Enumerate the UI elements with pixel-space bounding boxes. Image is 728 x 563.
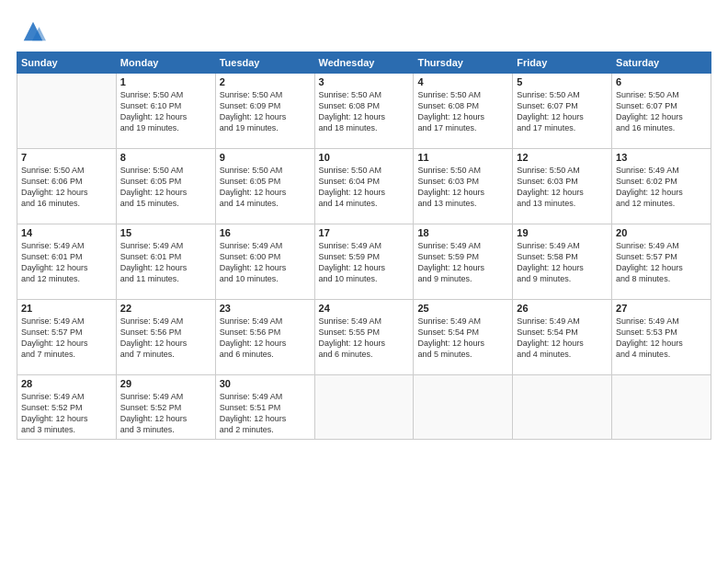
day-info: Sunrise: 5:49 AM Sunset: 5:54 PM Dayligh… (417, 316, 508, 361)
day-info: Sunrise: 5:50 AM Sunset: 6:05 PM Dayligh… (120, 165, 211, 210)
day-info: Sunrise: 5:50 AM Sunset: 6:03 PM Dayligh… (417, 165, 508, 210)
calendar-cell: 27Sunrise: 5:49 AM Sunset: 5:53 PM Dayli… (612, 300, 711, 375)
calendar-cell: 3Sunrise: 5:50 AM Sunset: 6:08 PM Daylig… (314, 74, 414, 149)
day-number: 11 (417, 152, 508, 163)
day-number: 26 (517, 303, 608, 314)
calendar-cell: 28Sunrise: 5:49 AM Sunset: 5:52 PM Dayli… (17, 375, 117, 440)
calendar-table: SundayMondayTuesdayWednesdayThursdayFrid… (17, 52, 711, 440)
day-info: Sunrise: 5:49 AM Sunset: 5:53 PM Dayligh… (616, 316, 707, 361)
day-info: Sunrise: 5:49 AM Sunset: 5:56 PM Dayligh… (220, 316, 311, 361)
day-number: 5 (517, 76, 608, 87)
day-info: Sunrise: 5:50 AM Sunset: 6:07 PM Dayligh… (616, 89, 707, 134)
day-number: 30 (220, 378, 311, 389)
day-number: 21 (21, 303, 112, 314)
day-info: Sunrise: 5:49 AM Sunset: 6:01 PM Dayligh… (21, 240, 112, 285)
day-number: 3 (319, 76, 410, 87)
calendar-cell: 7Sunrise: 5:50 AM Sunset: 6:06 PM Daylig… (17, 149, 117, 224)
calendar-cell: 1Sunrise: 5:50 AM Sunset: 6:10 PM Daylig… (116, 74, 215, 149)
calendar-cell: 21Sunrise: 5:49 AM Sunset: 5:57 PM Dayli… (17, 300, 117, 375)
weekday-header-friday: Friday (513, 52, 612, 74)
day-number: 20 (616, 227, 707, 238)
week-row-5: 28Sunrise: 5:49 AM Sunset: 5:52 PM Dayli… (17, 375, 711, 440)
calendar-cell: 17Sunrise: 5:49 AM Sunset: 5:59 PM Dayli… (314, 224, 414, 300)
day-info: Sunrise: 5:49 AM Sunset: 6:00 PM Dayligh… (220, 240, 311, 285)
day-info: Sunrise: 5:49 AM Sunset: 5:57 PM Dayligh… (21, 316, 112, 361)
day-info: Sunrise: 5:49 AM Sunset: 5:56 PM Dayligh… (120, 316, 211, 361)
day-number: 17 (319, 227, 410, 238)
calendar-cell: 15Sunrise: 5:49 AM Sunset: 6:01 PM Dayli… (116, 224, 215, 300)
weekday-header-row: SundayMondayTuesdayWednesdayThursdayFrid… (17, 52, 711, 74)
day-info: Sunrise: 5:49 AM Sunset: 6:02 PM Dayligh… (616, 165, 707, 210)
day-number: 24 (319, 303, 410, 314)
weekday-header-saturday: Saturday (612, 52, 711, 74)
day-number: 6 (616, 76, 707, 87)
day-number: 27 (616, 303, 707, 314)
week-row-1: 1Sunrise: 5:50 AM Sunset: 6:10 PM Daylig… (17, 74, 711, 149)
calendar-cell: 11Sunrise: 5:50 AM Sunset: 6:03 PM Dayli… (414, 149, 513, 224)
day-info: Sunrise: 5:49 AM Sunset: 5:52 PM Dayligh… (21, 391, 112, 436)
day-info: Sunrise: 5:49 AM Sunset: 5:58 PM Dayligh… (517, 240, 608, 285)
day-info: Sunrise: 5:50 AM Sunset: 6:10 PM Dayligh… (120, 89, 211, 134)
day-info: Sunrise: 5:50 AM Sunset: 6:06 PM Dayligh… (21, 165, 112, 210)
day-info: Sunrise: 5:50 AM Sunset: 6:07 PM Dayligh… (517, 89, 608, 134)
day-number: 29 (120, 378, 211, 389)
calendar-cell: 10Sunrise: 5:50 AM Sunset: 6:04 PM Dayli… (314, 149, 414, 224)
day-number: 15 (120, 227, 211, 238)
day-number: 23 (220, 303, 311, 314)
day-info: Sunrise: 5:50 AM Sunset: 6:05 PM Dayligh… (220, 165, 311, 210)
calendar-cell (513, 375, 612, 440)
calendar-cell: 4Sunrise: 5:50 AM Sunset: 6:08 PM Daylig… (414, 74, 513, 149)
calendar-cell: 6Sunrise: 5:50 AM Sunset: 6:07 PM Daylig… (612, 74, 711, 149)
day-info: Sunrise: 5:49 AM Sunset: 5:55 PM Dayligh… (319, 316, 410, 361)
day-info: Sunrise: 5:49 AM Sunset: 5:57 PM Dayligh… (616, 240, 707, 285)
calendar-page: SundayMondayTuesdayWednesdayThursdayFrid… (0, 0, 728, 563)
weekday-header-wednesday: Wednesday (314, 52, 414, 74)
week-row-4: 21Sunrise: 5:49 AM Sunset: 5:57 PM Dayli… (17, 300, 711, 375)
day-number: 4 (417, 76, 508, 87)
day-info: Sunrise: 5:50 AM Sunset: 6:09 PM Dayligh… (220, 89, 311, 134)
calendar-cell: 19Sunrise: 5:49 AM Sunset: 5:58 PM Dayli… (513, 224, 612, 300)
logo-icon (20, 18, 46, 44)
logo (17, 17, 46, 44)
calendar-cell (17, 74, 117, 149)
calendar-cell (414, 375, 513, 440)
calendar-cell: 16Sunrise: 5:49 AM Sunset: 6:00 PM Dayli… (215, 224, 314, 300)
calendar-cell: 2Sunrise: 5:50 AM Sunset: 6:09 PM Daylig… (215, 74, 314, 149)
weekday-header-thursday: Thursday (414, 52, 513, 74)
day-number: 13 (616, 152, 707, 163)
weekday-header-monday: Monday (116, 52, 215, 74)
calendar-cell (612, 375, 711, 440)
weekday-header-sunday: Sunday (17, 52, 117, 74)
day-info: Sunrise: 5:49 AM Sunset: 5:59 PM Dayligh… (417, 240, 508, 285)
calendar-cell: 30Sunrise: 5:49 AM Sunset: 5:51 PM Dayli… (215, 375, 314, 440)
calendar-cell: 29Sunrise: 5:49 AM Sunset: 5:52 PM Dayli… (116, 375, 215, 440)
calendar-cell: 25Sunrise: 5:49 AM Sunset: 5:54 PM Dayli… (414, 300, 513, 375)
day-info: Sunrise: 5:49 AM Sunset: 5:52 PM Dayligh… (120, 391, 211, 436)
calendar-cell: 23Sunrise: 5:49 AM Sunset: 5:56 PM Dayli… (215, 300, 314, 375)
day-info: Sunrise: 5:50 AM Sunset: 6:08 PM Dayligh… (417, 89, 508, 134)
calendar-cell: 20Sunrise: 5:49 AM Sunset: 5:57 PM Dayli… (612, 224, 711, 300)
day-number: 12 (517, 152, 608, 163)
day-number: 1 (120, 76, 211, 87)
day-number: 25 (417, 303, 508, 314)
day-number: 28 (21, 378, 112, 389)
day-number: 14 (21, 227, 112, 238)
calendar-cell: 9Sunrise: 5:50 AM Sunset: 6:05 PM Daylig… (215, 149, 314, 224)
week-row-2: 7Sunrise: 5:50 AM Sunset: 6:06 PM Daylig… (17, 149, 711, 224)
calendar-cell: 12Sunrise: 5:50 AM Sunset: 6:03 PM Dayli… (513, 149, 612, 224)
day-number: 19 (517, 227, 608, 238)
week-row-3: 14Sunrise: 5:49 AM Sunset: 6:01 PM Dayli… (17, 224, 711, 300)
weekday-header-tuesday: Tuesday (215, 52, 314, 74)
day-info: Sunrise: 5:49 AM Sunset: 5:59 PM Dayligh… (319, 240, 410, 285)
day-info: Sunrise: 5:49 AM Sunset: 6:01 PM Dayligh… (120, 240, 211, 285)
day-number: 18 (417, 227, 508, 238)
day-number: 2 (220, 76, 311, 87)
day-info: Sunrise: 5:50 AM Sunset: 6:08 PM Dayligh… (319, 89, 410, 134)
day-info: Sunrise: 5:50 AM Sunset: 6:03 PM Dayligh… (517, 165, 608, 210)
day-number: 10 (319, 152, 410, 163)
calendar-cell: 14Sunrise: 5:49 AM Sunset: 6:01 PM Dayli… (17, 224, 117, 300)
calendar-cell: 8Sunrise: 5:50 AM Sunset: 6:05 PM Daylig… (116, 149, 215, 224)
day-number: 9 (220, 152, 311, 163)
day-number: 22 (120, 303, 211, 314)
calendar-cell (314, 375, 414, 440)
